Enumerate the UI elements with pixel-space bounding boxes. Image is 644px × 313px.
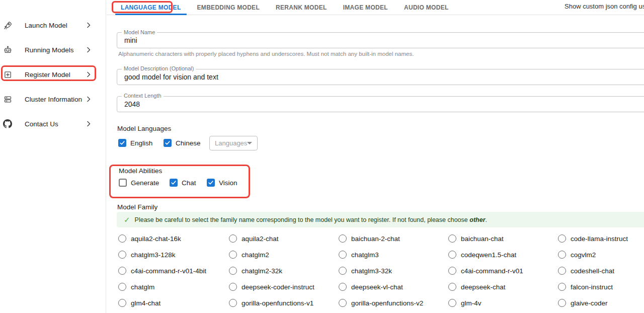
sidebar-item-label: Running Models [25, 46, 74, 54]
plus-square-icon [3, 69, 13, 80]
radio-icon[interactable] [339, 251, 347, 259]
model-family-option[interactable]: gorilla-openfunctions-v1 [229, 295, 339, 311]
radio-icon[interactable] [558, 234, 566, 243]
tab-audio-model[interactable]: AUDIO MODEL [396, 0, 457, 15]
model-family-option[interactable]: chatglm3-32k [339, 263, 448, 279]
model-family-option[interactable]: chatglm2-32k [229, 263, 339, 279]
radio-icon[interactable] [448, 283, 456, 291]
model-family-grid: aquila2-chat-16k aquila2-chat baichuan-2… [118, 230, 644, 311]
chevron-right-icon [85, 120, 93, 128]
sidebar-item-running-models[interactable]: Running Models [0, 42, 106, 57]
checkbox-vision[interactable]: Vision [207, 179, 237, 187]
tab-rerank-model[interactable]: RERANK MODEL [268, 0, 335, 15]
languages-select[interactable]: Languages [209, 136, 258, 150]
checkbox-checked-icon[interactable] [170, 179, 178, 187]
model-family-option[interactable]: cogvlm2 [558, 247, 644, 263]
radio-icon[interactable] [229, 251, 237, 259]
model-family-option[interactable]: aquila2-chat [229, 230, 339, 247]
model-family-option[interactable]: codeqwen1.5-chat [448, 247, 558, 263]
sidebar-item-label: Register Model [25, 71, 70, 79]
model-family-option[interactable]: gorilla-openfunctions-v2 [339, 295, 448, 311]
model-family-option[interactable]: chatglm3 [339, 247, 448, 263]
radio-icon[interactable] [558, 283, 566, 291]
model-description-value: good model for vision and text [124, 73, 218, 81]
checkbox-chat[interactable]: Chat [170, 179, 196, 187]
check-icon: ✓ [124, 215, 130, 224]
model-family-option[interactable]: chatglm2 [229, 247, 339, 263]
radio-icon[interactable] [118, 251, 126, 259]
sidebar-item-label: Cluster Information [25, 96, 82, 103]
radio-icon[interactable] [339, 283, 347, 291]
checkbox-checked-icon[interactable] [164, 139, 172, 147]
checkbox-checked-icon[interactable] [207, 179, 215, 187]
model-family-option[interactable]: chatglm [118, 279, 229, 295]
model-family-option[interactable]: glaive-coder [558, 295, 644, 311]
radio-icon[interactable] [448, 267, 456, 275]
cluster-icon [3, 94, 13, 104]
checkbox-generate[interactable]: Generate [119, 179, 159, 187]
radio-icon[interactable] [339, 267, 347, 275]
checkbox-checked-icon[interactable] [118, 139, 126, 147]
radio-icon[interactable] [229, 283, 237, 291]
model-languages-label: Model Languages [117, 125, 171, 132]
radio-icon[interactable] [448, 251, 456, 259]
checkbox-chinese[interactable]: Chinese [164, 139, 201, 147]
sidebar-item-contact-us[interactable]: Contact Us [0, 116, 106, 131]
sidebar-item-cluster-information[interactable]: Cluster Information [0, 92, 106, 107]
model-family-option[interactable]: code-llama-instruct [558, 230, 644, 247]
model-family-notice-banner: ✓ Please be careful to select the family… [117, 212, 644, 227]
radio-icon[interactable] [118, 267, 126, 275]
radio-icon[interactable] [448, 299, 456, 307]
model-family-option[interactable]: aquila2-chat-16k [118, 230, 229, 247]
model-family-option[interactable]: glm-4v [448, 295, 558, 311]
model-family-option[interactable]: chatglm3-128k [118, 247, 229, 263]
register-model-page: Launch Model Running Models [0, 0, 644, 313]
model-type-tabs: LANGUAGE MODEL EMBEDDING MODEL RERANK MO… [107, 0, 644, 15]
model-family-option[interactable]: codeshell-chat [558, 263, 644, 279]
tab-language-model[interactable]: LANGUAGE MODEL [113, 0, 189, 15]
context-length-label: Context Length [122, 93, 164, 99]
chevron-right-icon [85, 95, 93, 103]
model-family-option[interactable]: falcon-instruct [558, 279, 644, 295]
sidebar: Launch Model Running Models [0, 0, 106, 313]
github-icon [3, 119, 13, 129]
radio-icon[interactable] [339, 299, 347, 307]
chevron-right-icon [85, 70, 93, 79]
model-family-option[interactable]: deepseek-vl-chat [339, 279, 448, 295]
model-family-option[interactable]: deepseek-chat [448, 279, 558, 295]
context-length-input[interactable]: 2048 [117, 96, 644, 112]
radio-icon[interactable] [118, 299, 126, 307]
context-length-value: 2048 [124, 100, 140, 108]
model-family-label: Model Family [117, 203, 157, 211]
model-family-option[interactable]: c4ai-command-r-v01-4bit [118, 263, 229, 279]
chevron-down-icon [247, 142, 252, 144]
radio-icon[interactable] [558, 251, 566, 259]
model-family-option[interactable]: baichuan-chat [448, 230, 558, 247]
sidebar-item-launch-model[interactable]: Launch Model [0, 18, 106, 33]
radio-icon[interactable] [229, 267, 237, 275]
radio-icon[interactable] [118, 283, 126, 291]
tab-image-model[interactable]: IMAGE MODEL [335, 0, 396, 15]
radio-icon[interactable] [229, 234, 237, 243]
sidebar-item-register-model[interactable]: Register Model [0, 67, 106, 82]
model-name-label: Model Name [122, 29, 157, 35]
robot-icon [3, 45, 13, 55]
checkbox-unchecked-icon[interactable] [119, 179, 127, 187]
model-family-option[interactable]: c4ai-command-r-v01 [448, 263, 558, 279]
radio-icon[interactable] [558, 267, 566, 275]
model-family-option[interactable]: deepseek-coder-instruct [229, 279, 339, 295]
chevron-right-icon [85, 46, 93, 54]
radio-icon[interactable] [558, 299, 566, 307]
chevron-right-icon [85, 21, 93, 29]
radio-icon[interactable] [448, 234, 456, 243]
show-custom-json-config-link[interactable]: Show custom json config used b [565, 3, 644, 10]
model-name-input[interactable]: mini [117, 32, 644, 48]
radio-icon[interactable] [118, 234, 126, 243]
checkbox-english[interactable]: English [118, 139, 152, 147]
radio-icon[interactable] [339, 234, 347, 243]
model-family-option[interactable]: baichuan-2-chat [339, 230, 448, 247]
sidebar-item-label: Contact Us [25, 120, 58, 128]
model-family-option[interactable]: glm4-chat [118, 295, 229, 311]
radio-icon[interactable] [229, 299, 237, 307]
tab-embedding-model[interactable]: EMBEDDING MODEL [189, 0, 268, 15]
